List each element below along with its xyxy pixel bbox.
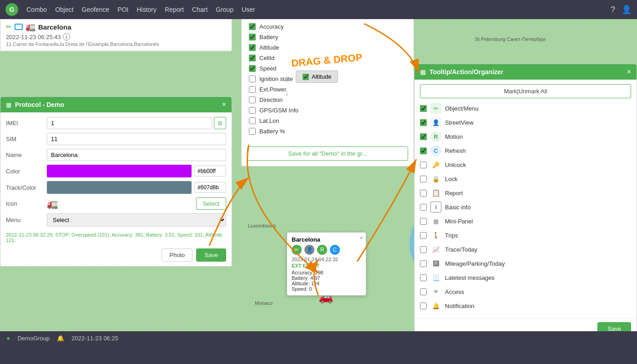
navbar-logo[interactable]: G [5, 3, 18, 16]
nav-geofence[interactable]: Geofence [82, 6, 110, 13]
track-color-value: #607d8b [194, 182, 226, 193]
action-check-minipanel[interactable] [420, 218, 427, 225]
action-check-trips[interactable] [420, 232, 427, 239]
check-battery-pct: Battery % [249, 128, 406, 135]
nav-chart[interactable]: Chart [192, 6, 207, 13]
action-check-objectmenu[interactable] [420, 105, 427, 112]
action-item-access: 👁 Access [420, 286, 631, 297]
nav-object[interactable]: Object [55, 6, 73, 13]
check-direction: Direction [249, 96, 406, 103]
check-accuracy-checkbox[interactable] [249, 23, 256, 30]
action-header-icon: ▦ [420, 68, 426, 76]
check-speed-label: Speed [259, 65, 277, 72]
check-altitude: Altitude [249, 44, 406, 51]
check-cellid-checkbox[interactable] [249, 55, 256, 61]
check-latlon-checkbox[interactable] [249, 117, 256, 124]
copy-imei-button[interactable]: ⧉ [214, 117, 226, 129]
action-check-mileage[interactable] [420, 260, 427, 267]
action-check-refresh[interactable] [420, 147, 427, 154]
imei-input[interactable] [47, 117, 212, 129]
action-label-basicinfo: Basic info [445, 204, 470, 211]
mark-unmark-all-button[interactable]: Mark|Unmark All [420, 84, 631, 98]
close-protocol-button[interactable]: × [222, 101, 226, 109]
barcelona-popup: × Barcelona ✏ 👤 R C 2023-01-24 04:22:32 … [287, 232, 366, 296]
action-check-notification[interactable] [420, 303, 427, 309]
action-icon-lock: 🔒 [430, 173, 441, 184]
nav-poi[interactable]: POI [117, 6, 128, 13]
popup-motion-icon[interactable]: R [317, 245, 327, 255]
action-check-unlock[interactable] [420, 162, 427, 168]
color-swatch[interactable] [47, 165, 192, 177]
check-cellid: CellId [249, 55, 406, 61]
nav-group[interactable]: Group [216, 6, 233, 13]
altitude-drag-label: Altitude [312, 73, 331, 80]
check-accuracy: Accuracy [249, 23, 406, 30]
check-battery-pct-checkbox[interactable] [249, 128, 256, 135]
name-input[interactable] [47, 149, 226, 161]
photo-button[interactable]: Photo [162, 248, 192, 262]
status-timestamp: 2022-11-23 06:25 [71, 335, 118, 342]
action-check-lock[interactable] [420, 176, 427, 182]
check-accuracy-label: Accuracy [259, 23, 283, 30]
save-protocol-button[interactable]: Save [196, 248, 226, 262]
user-icon[interactable]: 👤 [622, 5, 632, 15]
help-icon[interactable]: ? [611, 5, 615, 15]
check-altitude-checkbox[interactable] [249, 44, 256, 51]
check-extpower: Ext.Power [249, 86, 406, 93]
time-info-icon[interactable]: ℹ [63, 33, 70, 40]
action-icon-objectmenu: ✏ [430, 103, 441, 114]
map-label-monaco: Monaco [255, 300, 273, 306]
check-gpsgsm-checkbox[interactable] [249, 107, 256, 114]
action-check-report[interactable] [420, 190, 427, 197]
action-icon-minipanel: ▦ [430, 216, 441, 227]
action-label-notification: Notification [445, 303, 474, 309]
track-color-row: Track/Color #607d8b [6, 181, 226, 194]
check-battery: Battery [249, 34, 406, 40]
object-rect-icon [15, 24, 23, 30]
action-check-access[interactable] [420, 288, 427, 295]
check-battery-checkbox[interactable] [249, 34, 256, 40]
map-label-stpetersburg: St Petersburg Санкт-Петербург [475, 36, 546, 42]
edit-object-icon[interactable]: ✏ [6, 23, 12, 31]
popup-edit-icon[interactable]: ✏ [292, 245, 302, 255]
action-label-trace: Trace/Today [445, 246, 477, 253]
icon-label: Icon [6, 200, 47, 207]
save-all-button[interactable]: Save for all "Demo" in the gr... [247, 147, 408, 161]
action-icon-notification: 🔔 [430, 300, 441, 311]
sim-input[interactable] [47, 133, 226, 145]
check-latlon-label: Lat,Lon [259, 117, 279, 124]
track-color-label: Track/Color [6, 184, 47, 191]
action-check-basicinfo[interactable] [420, 204, 427, 211]
popup-refresh-icon[interactable]: C [330, 245, 340, 255]
altitude-drag-checkbox[interactable] [303, 74, 309, 80]
select-icon-button[interactable]: Select [196, 197, 226, 210]
nav-combo[interactable]: Combo [26, 6, 47, 13]
popup-timestamp: 2023-01-24 04:22:32 [292, 257, 361, 262]
action-label-lock: Lock [445, 176, 457, 182]
check-ignition-checkbox[interactable] [249, 76, 256, 82]
popup-close-button[interactable]: × [359, 234, 363, 241]
popup-person-icon[interactable]: 👤 [304, 245, 314, 255]
nav-history[interactable]: History [136, 6, 157, 13]
object-address: 11,Carrer de Fontanella,la Dreta de l'Ei… [6, 41, 226, 47]
action-item-refresh: C Refresh [420, 145, 631, 156]
protocol-panel: ▦ Protocol - Demo × IMEI ⧉ SIM Name [0, 96, 232, 267]
action-icon-unlock: 🔑 [430, 159, 441, 170]
protocol-title: Protocol - Demo [15, 101, 218, 108]
action-check-motion[interactable] [420, 133, 427, 140]
icon-preview: 🚛 [47, 198, 58, 209]
check-speed-checkbox[interactable] [249, 65, 256, 72]
track-color-swatch[interactable] [47, 181, 192, 194]
nav-report[interactable]: Report [165, 6, 184, 13]
menu-select[interactable]: Select [47, 213, 226, 227]
action-organizer-title: Tooltip/Action/Organizer [430, 68, 623, 76]
check-extpower-checkbox[interactable] [249, 86, 256, 93]
action-icon-streetview: 👤 [430, 117, 441, 128]
close-action-organizer-button[interactable]: × [627, 68, 631, 76]
action-check-trace[interactable] [420, 246, 427, 253]
action-item-unlock: 🔑 Unlcock [420, 159, 631, 170]
action-check-streetview[interactable] [420, 119, 427, 126]
action-check-messages[interactable] [420, 274, 427, 281]
check-direction-checkbox[interactable] [249, 96, 256, 103]
nav-user[interactable]: User [242, 6, 255, 13]
